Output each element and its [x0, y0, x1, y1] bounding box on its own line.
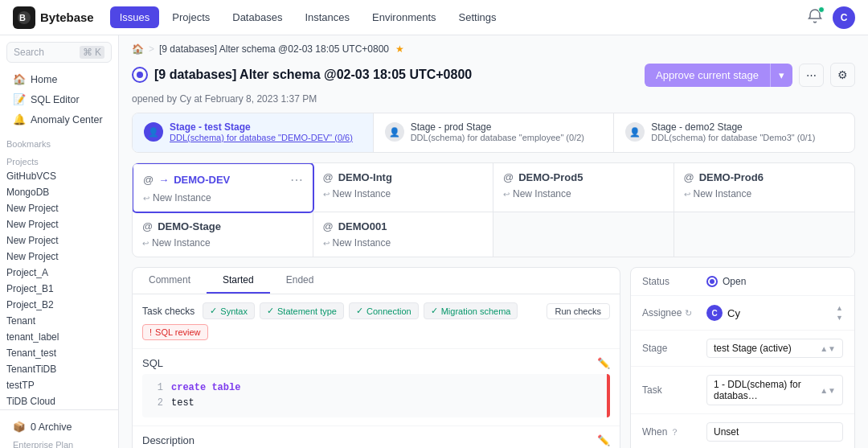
- nav-item-issues[interactable]: Issues: [110, 6, 160, 28]
- check-migration-schema: ✓ Migration schema: [424, 302, 518, 319]
- user-avatar[interactable]: C: [833, 6, 855, 29]
- instance-demo-intg[interactable]: @ DEMO-Intg ↩ New Instance: [313, 163, 494, 212]
- stage-test-header: 👤 Stage - test Stage DDL(schema) for dat…: [144, 121, 362, 142]
- task-tabs: Comment Started Ended: [133, 268, 620, 294]
- nav-item-databases[interactable]: Databases: [223, 6, 292, 28]
- stage-demo2[interactable]: 👤 Stage - demo2 Stage DDL(schema) for da…: [614, 113, 854, 152]
- bell-icon[interactable]: [807, 8, 823, 27]
- instance-demo001[interactable]: @ DEMO001 ↩ New Instance: [313, 212, 494, 257]
- approve-button[interactable]: Approve current stage: [645, 64, 770, 87]
- instance-name: DEMO-DEV: [174, 174, 230, 186]
- sidebar-project-mongodb[interactable]: MongoDB: [0, 184, 118, 200]
- sidebar-project-new2[interactable]: New Project: [0, 216, 118, 232]
- sidebar-project-project-b1[interactable]: Project_B1: [0, 281, 118, 297]
- assignee-up-icon[interactable]: ▲: [836, 304, 843, 312]
- sql-editor-icon: 📝: [13, 93, 26, 105]
- sql-line-num-1: 1: [150, 380, 163, 396]
- run-checks-button[interactable]: Run checks: [547, 303, 610, 319]
- sidebar-item-anomaly-center[interactable]: 🔔 Anomaly Center: [6, 109, 112, 129]
- instance-prod5-name: DEMO-Prod5: [518, 171, 583, 183]
- instance-prod5-db-icon: ↩: [503, 190, 510, 199]
- status-value: Open: [706, 276, 843, 287]
- issue-title: [9 databases] Alter schema @02-03 18:05 …: [154, 68, 472, 82]
- nav-item-projects[interactable]: Projects: [162, 6, 219, 28]
- sidebar-project-new1[interactable]: New Project: [0, 200, 118, 216]
- settings-button[interactable]: ⚙: [830, 63, 855, 87]
- instance-demo001-name-row: @ DEMO001: [323, 220, 387, 232]
- sidebar-project-tidb-cloud[interactable]: TiDB Cloud: [0, 393, 118, 409]
- stage-test[interactable]: 👤 Stage - test Stage DDL(schema) for dat…: [133, 113, 374, 152]
- task-checks-label: Task checks: [142, 306, 194, 317]
- when-select[interactable]: Unset: [706, 422, 843, 442]
- instance-intg-name-row: @ DEMO-Intg: [323, 171, 392, 183]
- stages-row: 👤 Stage - test Stage DDL(schema) for dat…: [132, 113, 855, 153]
- sidebar-project-tenant-label[interactable]: tenant_label: [0, 329, 118, 345]
- sql-line-2: 2 test: [150, 396, 602, 411]
- sidebar-project-tenanttidb[interactable]: TenantTiDB: [0, 361, 118, 377]
- approve-dropdown[interactable]: ▾: [770, 64, 792, 87]
- nav-item-instances[interactable]: Instances: [295, 6, 359, 28]
- issue-actions: Approve current stage ▾ ⋯ ⚙: [645, 63, 855, 87]
- when-help-icon[interactable]: ？: [670, 427, 679, 437]
- stage-test-link[interactable]: DDL(schema) for database "DEMO-DEV" (0/6…: [170, 133, 353, 142]
- instance-stage-sub: ↩ New Instance: [142, 237, 303, 249]
- instance-demo001-sub-text: New Instance: [333, 237, 391, 249]
- sidebar-project-tenant-test[interactable]: Tenant_test: [0, 345, 118, 361]
- instance-demo-stage[interactable]: @ DEMO-Stage ↩ New Instance: [133, 212, 313, 257]
- sidebar-project-testtp[interactable]: testTP: [0, 377, 118, 393]
- tab-spacer: [330, 268, 620, 294]
- sidebar-project-new3[interactable]: New Project: [0, 232, 118, 249]
- instance-empty-2: [674, 212, 855, 257]
- tab-comment[interactable]: Comment: [133, 268, 207, 294]
- sidebar-item-home[interactable]: 🏠 Home: [6, 69, 112, 89]
- check-stmt-icon: ✓: [267, 306, 274, 316]
- sidebar-nav: 🏠 Home 📝 SQL Editor 🔔 Anomaly Center: [0, 66, 118, 133]
- instance-prod6-db-icon: ↩: [684, 190, 690, 199]
- archive-label: 0 Archive: [31, 421, 72, 433]
- instance-demo-prod6[interactable]: @ DEMO-Prod6 ↩ New Instance: [674, 163, 855, 212]
- status-label: Status: [642, 276, 698, 287]
- sidebar-project-project-b2[interactable]: Project_B2: [0, 297, 118, 313]
- desc-header: Description ✏️: [142, 434, 610, 446]
- instance-stage-db-icon: ↩: [142, 239, 149, 248]
- sql-edit-icon[interactable]: ✏️: [597, 357, 610, 369]
- nav-item-settings[interactable]: Settings: [449, 6, 506, 28]
- breadcrumb-home[interactable]: 🏠: [132, 43, 144, 55]
- assignee-down-icon[interactable]: ▼: [836, 314, 843, 322]
- sidebar-project-new4[interactable]: New Project: [0, 249, 118, 265]
- stage-select[interactable]: test Stage (active) ▲▼: [706, 339, 843, 358]
- tab-ended[interactable]: Ended: [270, 268, 330, 294]
- search-box[interactable]: Search ⌘ K: [6, 42, 112, 63]
- instance-demo-prod5[interactable]: @ DEMO-Prod5 ↩ New Instance: [493, 163, 674, 212]
- nav-item-environments[interactable]: Environments: [362, 6, 445, 28]
- instance-more-icon[interactable]: ⋯: [290, 172, 303, 187]
- sql-line-text-1: create table: [171, 380, 240, 396]
- assignee-value: C Cy ▲ ▼: [706, 304, 843, 322]
- instance-demo001-sub: ↩ New Instance: [323, 237, 484, 249]
- more-options-button[interactable]: ⋯: [799, 64, 824, 87]
- sidebar-item-sql-editor[interactable]: 📝 SQL Editor: [6, 89, 112, 109]
- task-select[interactable]: 1 - DDL(schema) for databas… ▲▼: [706, 375, 843, 405]
- assignee-arrows[interactable]: ▲ ▼: [836, 304, 843, 322]
- breadcrumb-star[interactable]: ★: [395, 43, 404, 55]
- sql-keyword-create: create table: [171, 382, 240, 393]
- instance-demo-stage-header: @ DEMO-Stage: [142, 220, 303, 232]
- logo[interactable]: B Bytebase: [13, 6, 94, 29]
- sidebar-home-label: Home: [31, 74, 57, 85]
- sql-line-text-2: test: [171, 396, 194, 411]
- sidebar-project-project-a[interactable]: Project_A: [0, 265, 118, 281]
- sidebar-project-tenant[interactable]: Tenant: [0, 313, 118, 329]
- issue-header: [9 databases] Alter schema @02-03 18:05 …: [119, 60, 868, 93]
- status-text: Open: [723, 276, 746, 287]
- stage-select-arrow: ▲▼: [820, 344, 836, 353]
- sidebar-archive[interactable]: 📦 0 Archive: [6, 417, 112, 437]
- instance-demo-dev[interactable]: @ → DEMO-DEV ⋯ ↩ New Instance: [132, 162, 314, 213]
- stage-prod[interactable]: 👤 Stage - prod Stage DDL(schema) for dat…: [374, 113, 615, 152]
- sql-line-num-2: 2: [150, 396, 163, 411]
- desc-edit-icon[interactable]: ✏️: [597, 434, 610, 446]
- checks-row: Task checks ✓ Syntax ✓ Statement type ✓ …: [142, 302, 610, 319]
- instance-intg-sub: ↩ New Instance: [323, 188, 484, 199]
- sidebar-project-githubvcs[interactable]: GitHubVCS: [0, 168, 118, 184]
- tab-started[interactable]: Started: [207, 268, 270, 294]
- sidebar-sql-label: SQL Editor: [31, 94, 80, 105]
